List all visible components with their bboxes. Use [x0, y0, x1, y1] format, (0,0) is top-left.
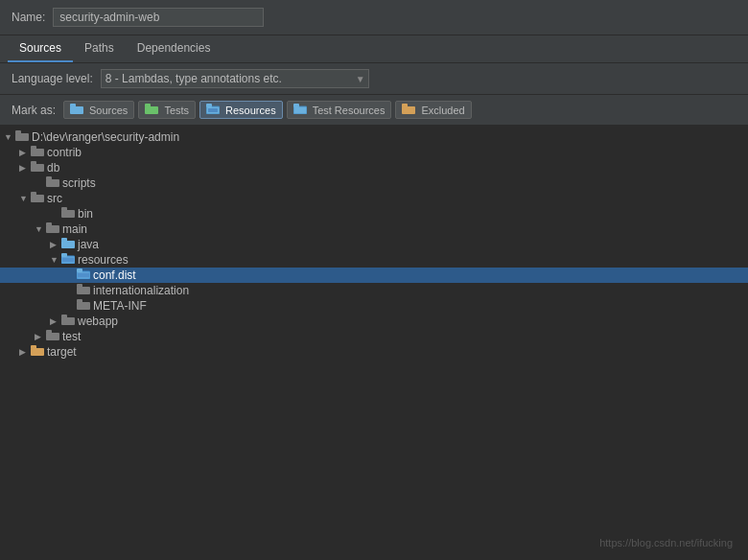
tree-row-java[interactable]: java [0, 237, 748, 252]
tree-row-contrib[interactable]: contrib [0, 145, 748, 160]
name-input[interactable] [53, 8, 264, 27]
folder-root-icon [15, 130, 29, 144]
tree-label-confdist: conf.dist [93, 268, 136, 282]
arrow-root [4, 132, 15, 142]
folder-java-icon [61, 238, 75, 251]
tab-paths[interactable]: Paths [73, 35, 126, 62]
tree-label-contrib: contrib [47, 146, 82, 159]
arrow-resources [50, 255, 61, 265]
svg-rect-2 [145, 106, 158, 114]
tree-label-resources: resources [78, 253, 129, 267]
svg-rect-15 [31, 164, 44, 172]
folder-db-icon [31, 161, 44, 175]
mark-as-label: Mark as: [12, 104, 56, 117]
tree-label-db: db [47, 161, 59, 175]
svg-rect-20 [31, 192, 36, 196]
arrow-main [35, 224, 46, 234]
tree-label-target: target [47, 345, 77, 359]
svg-rect-5 [206, 104, 212, 107]
tab-sources[interactable]: Sources [8, 35, 73, 62]
svg-rect-11 [15, 133, 29, 141]
tree-row-target[interactable]: target [0, 344, 748, 360]
svg-rect-28 [61, 253, 67, 257]
tree-row-scripts[interactable]: scripts [0, 175, 748, 191]
svg-rect-34 [77, 284, 82, 288]
folder-test-icon [46, 330, 59, 343]
svg-rect-22 [61, 207, 67, 211]
language-row: Language level: 8 - Lambdas, type annota… [0, 63, 748, 95]
svg-rect-9 [402, 106, 415, 114]
folder-target-icon [31, 345, 44, 359]
svg-rect-36 [77, 299, 82, 303]
tree-row-main[interactable]: main [0, 222, 748, 237]
mark-test-resources-button[interactable]: Test Resources [287, 101, 392, 119]
svg-rect-3 [145, 104, 151, 107]
arrow-target [19, 347, 31, 357]
tree-row-bin[interactable]: bin [0, 206, 748, 222]
tree-row-metainf[interactable]: META-INF [0, 298, 748, 314]
folder-webapp-icon [61, 315, 75, 328]
arrow-java [50, 240, 61, 249]
file-tree[interactable]: D:\dev\ranger\security-admin contrib [0, 126, 748, 560]
mark-sources-button[interactable]: Sources [63, 101, 134, 119]
mark-excluded-button[interactable]: Excluded [395, 101, 471, 119]
name-row: Name: [0, 0, 748, 35]
svg-rect-12 [15, 130, 21, 134]
tree-row-resources[interactable]: resources [0, 252, 748, 268]
language-select-wrapper: 8 - Lambdas, type annotations etc. ▼ [101, 69, 369, 88]
tree-label-java: java [78, 238, 99, 251]
tree-row-db[interactable]: db [0, 160, 748, 175]
svg-rect-10 [402, 104, 408, 107]
folder-excluded-icon [402, 104, 415, 116]
svg-rect-37 [61, 317, 75, 325]
tree-label-bin: bin [78, 207, 93, 221]
arrow-db [19, 163, 31, 173]
folder-scripts-icon [46, 176, 59, 190]
svg-rect-33 [77, 287, 90, 294]
svg-rect-41 [31, 348, 44, 356]
folder-green-icon [145, 104, 158, 116]
svg-rect-35 [77, 302, 90, 310]
svg-rect-26 [61, 238, 67, 242]
tree-row-test[interactable]: test [0, 329, 748, 344]
tree-row-i18n[interactable]: internationalization [0, 283, 748, 298]
tab-dependencies[interactable]: Dependencies [126, 35, 222, 62]
tree-label-main: main [62, 222, 87, 236]
tree-row-src[interactable]: src [0, 191, 748, 206]
tree-row-confdist[interactable]: conf.dist [0, 268, 748, 283]
folder-main-icon [46, 222, 59, 236]
name-label: Name: [12, 11, 45, 24]
tabs-row: Sources Paths Dependencies [0, 35, 748, 63]
svg-rect-23 [46, 225, 59, 233]
svg-rect-6 [208, 108, 218, 112]
folder-bin-icon [61, 207, 75, 221]
svg-rect-29 [62, 258, 74, 263]
svg-rect-16 [31, 161, 36, 165]
tree-row-root[interactable]: D:\dev\ranger\security-admin [0, 129, 748, 145]
svg-rect-14 [31, 146, 36, 150]
folder-contrib-icon [31, 146, 44, 159]
svg-rect-25 [61, 241, 75, 248]
language-select[interactable]: 8 - Lambdas, type annotations etc. [101, 69, 369, 88]
folder-confdist-icon [77, 268, 90, 282]
svg-rect-18 [46, 176, 52, 180]
project-structure-dialog: Name: Sources Paths Dependencies Languag… [0, 0, 748, 560]
svg-rect-24 [46, 222, 52, 226]
arrow-test [35, 332, 46, 341]
svg-rect-0 [70, 106, 83, 114]
tree-label-scripts: scripts [62, 176, 96, 190]
tree-label-test: test [62, 330, 81, 343]
folder-metainf-icon [77, 299, 90, 313]
folder-resources-tree-icon [61, 253, 75, 267]
folder-i18n-icon [77, 284, 90, 297]
svg-rect-1 [70, 104, 76, 107]
language-label: Language level: [12, 72, 93, 85]
tree-row-webapp[interactable]: webapp [0, 314, 748, 329]
svg-rect-40 [46, 330, 52, 334]
svg-rect-39 [46, 333, 59, 340]
mark-as-row: Mark as: Sources Tests [0, 95, 748, 126]
mark-resources-button[interactable]: Resources [199, 101, 283, 119]
mark-tests-button[interactable]: Tests [138, 101, 196, 119]
tree-label-metainf: META-INF [93, 299, 147, 313]
svg-rect-13 [31, 149, 44, 156]
